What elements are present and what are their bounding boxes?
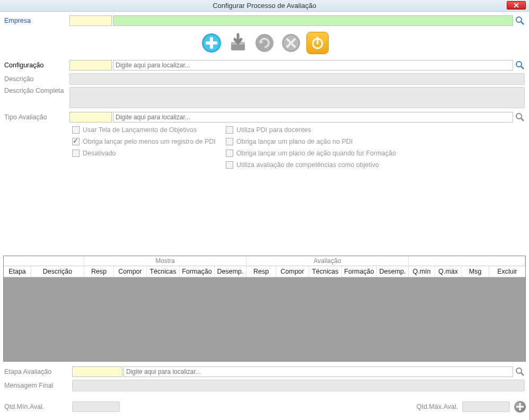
tipo-avaliacao-code-input[interactable] xyxy=(69,112,112,122)
search-icon xyxy=(515,367,525,377)
mensagem-final-field xyxy=(72,380,525,391)
checkbox-icon xyxy=(72,138,80,145)
svg-point-17 xyxy=(516,368,522,373)
empresa-search-button[interactable] xyxy=(514,15,526,26)
checkbox-label: Obriga lançar um plano de ação no PDI xyxy=(236,138,353,145)
th-resp: Resp xyxy=(84,266,114,277)
checkbox-item-right-1[interactable]: Obriga lançar um plano de ação no PDI xyxy=(226,138,526,145)
qtd-max-field xyxy=(462,401,510,412)
svg-point-13 xyxy=(516,62,522,67)
checkbox-icon xyxy=(226,138,233,145)
svg-point-0 xyxy=(516,17,522,22)
checkbox-icon xyxy=(226,126,233,134)
toolbar xyxy=(3,29,526,59)
th-compor: Compor xyxy=(114,266,147,277)
checkbox-label: Obriga lançar pelo menos um registro de … xyxy=(83,138,216,145)
th-qmin: Q.mín xyxy=(409,266,435,277)
plus-icon xyxy=(516,402,524,411)
qtd-min-field xyxy=(72,401,120,412)
svg-point-15 xyxy=(516,113,522,119)
th-descricao: Descrição xyxy=(31,266,84,277)
svg-line-1 xyxy=(521,22,524,24)
empresa-code-input[interactable] xyxy=(69,15,112,26)
search-icon xyxy=(515,112,525,122)
refresh-button[interactable] xyxy=(253,32,276,54)
configuracao-search-input[interactable] xyxy=(113,60,513,71)
configuracao-code-input[interactable] xyxy=(69,60,112,71)
checkbox-item-left-2[interactable]: Desativado xyxy=(72,150,226,157)
etapas-table: Mostra Avaliação Etapa Descrição Resp Co… xyxy=(3,256,526,362)
label-etapa-avaliacao: Etapa Avaliação xyxy=(3,368,72,375)
close-button[interactable] xyxy=(507,1,526,10)
plus-circle-icon xyxy=(201,32,222,54)
label-qtd-min: Qtd.Mín.Aval. xyxy=(3,403,72,410)
checkbox-icon xyxy=(226,161,233,169)
search-icon xyxy=(515,16,525,25)
svg-point-8 xyxy=(255,34,274,52)
th-tecnicas: Técnicas xyxy=(147,266,180,277)
add-button[interactable] xyxy=(200,32,223,54)
checkbox-icon xyxy=(226,150,233,157)
th-desemp: Desemp. xyxy=(215,266,246,277)
table-group-avaliacao: Avaliação xyxy=(246,256,409,266)
delete-button[interactable] xyxy=(280,32,302,54)
label-qtd-max: Qtd.Máx.Aval. xyxy=(416,403,458,410)
search-icon xyxy=(515,60,525,70)
checkbox-item-left-0[interactable]: Usar Tela de Lançamento de Objetivos xyxy=(72,126,226,134)
window-title: Configurar Processo de Avaliação xyxy=(213,2,316,10)
checkbox-label: Utiliza PDI para docentes xyxy=(236,126,311,134)
th-resp2: Resp xyxy=(246,266,276,277)
th-etapa: Etapa xyxy=(4,266,31,277)
svg-line-14 xyxy=(521,66,524,69)
svg-rect-5 xyxy=(206,41,217,45)
svg-line-18 xyxy=(521,373,524,375)
label-descricao: Descrição xyxy=(3,75,69,83)
close-icon xyxy=(513,3,519,8)
etapa-avaliacao-search-button[interactable] xyxy=(514,366,526,377)
x-circle-icon xyxy=(280,32,302,54)
th-formacao: Formação xyxy=(180,266,215,277)
label-empresa: Empresa xyxy=(3,17,69,24)
configuracao-search-button[interactable] xyxy=(514,60,526,71)
add-row-button[interactable] xyxy=(514,401,526,413)
checkbox-label: Obriga lançar um plano de ação quando fo… xyxy=(236,150,396,157)
th-qmax: Q.máx xyxy=(435,266,462,277)
label-mensagem-final: Mensagem Final xyxy=(3,382,72,389)
empresa-search-input[interactable] xyxy=(113,15,513,26)
th-formacao2: Formação xyxy=(342,266,377,277)
checkbox-label: Utiliza avaliação de competências como o… xyxy=(236,161,379,169)
th-excluir: Excluir xyxy=(489,266,525,277)
descricao-completa-field xyxy=(69,87,525,108)
checkbox-label: Usar Tela de Lançamento de Objetivos xyxy=(83,126,197,134)
save-button[interactable] xyxy=(227,32,249,54)
label-configuracao: Configuração xyxy=(3,62,69,69)
checkbox-icon xyxy=(72,126,80,134)
label-tipo-avaliacao: Tipo Avaliação xyxy=(3,113,69,121)
checkbox-item-right-2[interactable]: Obriga lançar um plano de ação quando fo… xyxy=(226,150,526,157)
checkbox-item-right-3[interactable]: Utiliza avaliação de competências como o… xyxy=(226,161,526,169)
tipo-avaliacao-search-button[interactable] xyxy=(514,112,526,122)
refresh-icon xyxy=(254,32,275,54)
descricao-field xyxy=(69,73,525,85)
th-desemp2: Desemp. xyxy=(377,266,409,277)
checkbox-item-left-1[interactable]: Obriga lançar pelo menos um registro de … xyxy=(72,138,226,145)
label-descricao-completa: Descrição Completa xyxy=(3,87,69,94)
power-button[interactable] xyxy=(306,32,329,54)
checkbox-icon xyxy=(72,150,80,157)
svg-line-16 xyxy=(521,118,524,121)
th-msg: Msg xyxy=(462,266,489,277)
save-icon xyxy=(227,32,249,54)
th-tecnicas2: Técnicas xyxy=(309,266,342,277)
tipo-avaliacao-search-input[interactable] xyxy=(113,112,513,122)
window-titlebar: Configurar Processo de Avaliação xyxy=(0,0,529,12)
etapa-avaliacao-search-input[interactable] xyxy=(124,366,513,377)
checkbox-label: Desativado xyxy=(83,150,116,157)
table-group-mostra: Mostra xyxy=(84,256,246,266)
power-icon xyxy=(310,35,325,51)
etapa-avaliacao-code-input[interactable] xyxy=(72,366,122,377)
checkbox-item-right-0[interactable]: Utiliza PDI para docentes xyxy=(226,126,526,134)
th-compor2: Compor xyxy=(276,266,309,277)
